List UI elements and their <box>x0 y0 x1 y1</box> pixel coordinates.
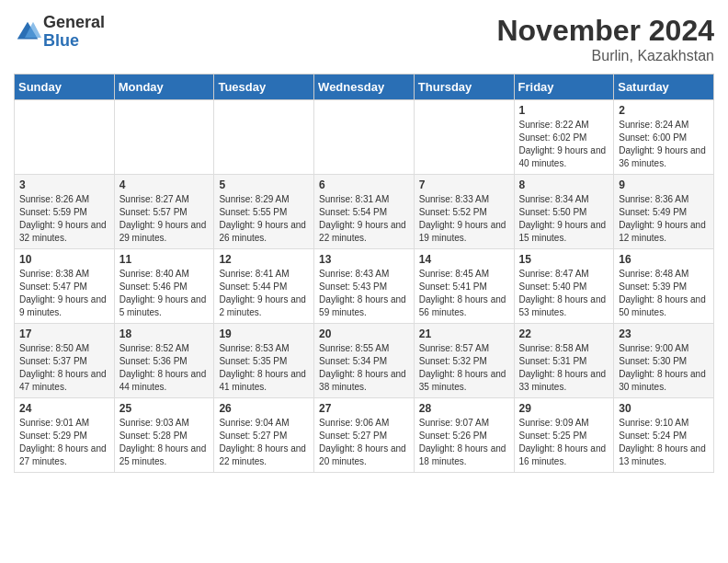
calendar-cell-w2d4: 6Sunrise: 8:31 AMSunset: 5:54 PMDaylight… <box>314 175 415 249</box>
day-info: Sunrise: 8:58 AMSunset: 5:31 PMDaylight:… <box>519 342 609 394</box>
day-number: 15 <box>519 253 609 266</box>
day-info: Sunrise: 9:00 AMSunset: 5:30 PMDaylight:… <box>619 342 709 394</box>
page-header: General Blue November 2024 Burlin, Kazak… <box>14 14 714 64</box>
calendar-week-2: 3Sunrise: 8:26 AMSunset: 5:59 PMDaylight… <box>15 175 714 249</box>
day-number: 13 <box>319 253 409 266</box>
day-info: Sunrise: 9:06 AMSunset: 5:27 PMDaylight:… <box>319 417 409 468</box>
day-info: Sunrise: 8:31 AMSunset: 5:54 PMDaylight:… <box>319 193 409 245</box>
day-info: Sunrise: 8:27 AMSunset: 5:57 PMDaylight:… <box>119 193 210 245</box>
logo: General Blue <box>14 14 105 51</box>
day-info: Sunrise: 8:22 AMSunset: 6:02 PMDaylight:… <box>519 119 609 170</box>
day-number: 25 <box>119 402 210 415</box>
day-info: Sunrise: 9:03 AMSunset: 5:28 PMDaylight:… <box>119 417 210 468</box>
day-info: Sunrise: 8:52 AMSunset: 5:36 PMDaylight:… <box>119 342 210 394</box>
day-info: Sunrise: 9:04 AMSunset: 5:27 PMDaylight:… <box>219 417 309 468</box>
calendar-cell-w5d5: 28Sunrise: 9:07 AMSunset: 5:26 PMDayligh… <box>414 398 514 473</box>
day-info: Sunrise: 9:01 AMSunset: 5:29 PMDaylight:… <box>19 417 109 468</box>
calendar-cell-w3d4: 13Sunrise: 8:43 AMSunset: 5:43 PMDayligh… <box>314 249 415 324</box>
calendar-cell-w5d6: 29Sunrise: 9:09 AMSunset: 5:25 PMDayligh… <box>514 398 614 473</box>
day-number: 17 <box>19 327 109 340</box>
day-number: 3 <box>19 178 109 191</box>
calendar-week-4: 17Sunrise: 8:50 AMSunset: 5:37 PMDayligh… <box>15 324 714 398</box>
calendar-cell-w5d2: 25Sunrise: 9:03 AMSunset: 5:28 PMDayligh… <box>114 398 214 473</box>
calendar-cell-w4d5: 21Sunrise: 8:57 AMSunset: 5:32 PMDayligh… <box>414 324 514 398</box>
day-info: Sunrise: 8:33 AMSunset: 5:52 PMDaylight:… <box>419 193 509 245</box>
day-number: 5 <box>219 178 309 191</box>
calendar-cell-w3d6: 15Sunrise: 8:47 AMSunset: 5:40 PMDayligh… <box>514 249 614 324</box>
day-info: Sunrise: 8:45 AMSunset: 5:41 PMDaylight:… <box>419 268 509 319</box>
logo-icon <box>14 18 41 46</box>
calendar-cell-w5d7: 30Sunrise: 9:10 AMSunset: 5:24 PMDayligh… <box>614 398 714 473</box>
day-number: 12 <box>219 253 309 266</box>
day-number: 26 <box>219 402 309 415</box>
day-info: Sunrise: 8:47 AMSunset: 5:40 PMDaylight:… <box>519 268 609 319</box>
calendar-cell-w1d6: 1Sunrise: 8:22 AMSunset: 6:02 PMDaylight… <box>514 100 614 175</box>
day-number: 7 <box>419 178 509 191</box>
calendar-week-3: 10Sunrise: 8:38 AMSunset: 5:47 PMDayligh… <box>15 249 714 324</box>
calendar-week-1: 1Sunrise: 8:22 AMSunset: 6:02 PMDaylight… <box>15 100 714 175</box>
day-number: 1 <box>519 104 609 117</box>
day-number: 30 <box>619 402 709 415</box>
logo-blue: Blue <box>43 32 105 51</box>
calendar-cell-w3d5: 14Sunrise: 8:45 AMSunset: 5:41 PMDayligh… <box>414 249 514 324</box>
calendar-cell-w1d4 <box>314 100 415 175</box>
calendar-cell-w5d4: 27Sunrise: 9:06 AMSunset: 5:27 PMDayligh… <box>314 398 415 473</box>
weekday-header-friday: Friday <box>514 75 614 100</box>
calendar-cell-w1d5 <box>414 100 514 175</box>
title-block: November 2024 Burlin, Kazakhstan <box>496 14 714 64</box>
day-number: 10 <box>19 253 109 266</box>
logo-general: General <box>43 14 105 32</box>
calendar-cell-w4d1: 17Sunrise: 8:50 AMSunset: 5:37 PMDayligh… <box>15 324 115 398</box>
calendar-cell-w2d2: 4Sunrise: 8:27 AMSunset: 5:57 PMDaylight… <box>114 175 214 249</box>
weekday-header-saturday: Saturday <box>614 75 714 100</box>
calendar-cell-w1d1 <box>15 100 115 175</box>
day-number: 18 <box>119 327 210 340</box>
month-title: November 2024 <box>496 14 714 48</box>
day-info: Sunrise: 8:53 AMSunset: 5:35 PMDaylight:… <box>219 342 309 394</box>
calendar-cell-w3d1: 10Sunrise: 8:38 AMSunset: 5:47 PMDayligh… <box>15 249 115 324</box>
day-number: 4 <box>119 178 210 191</box>
day-number: 28 <box>419 402 509 415</box>
calendar-cell-w3d2: 11Sunrise: 8:40 AMSunset: 5:46 PMDayligh… <box>114 249 214 324</box>
day-info: Sunrise: 8:50 AMSunset: 5:37 PMDaylight:… <box>19 342 109 394</box>
day-number: 21 <box>419 327 509 340</box>
day-number: 9 <box>619 178 709 191</box>
weekday-header-row: SundayMondayTuesdayWednesdayThursdayFrid… <box>15 75 714 100</box>
day-number: 29 <box>519 402 609 415</box>
calendar-cell-w3d3: 12Sunrise: 8:41 AMSunset: 5:44 PMDayligh… <box>214 249 314 324</box>
day-info: Sunrise: 8:29 AMSunset: 5:55 PMDaylight:… <box>219 193 309 245</box>
calendar-cell-w1d7: 2Sunrise: 8:24 AMSunset: 6:00 PMDaylight… <box>614 100 714 175</box>
day-info: Sunrise: 9:10 AMSunset: 5:24 PMDaylight:… <box>619 417 709 468</box>
location: Burlin, Kazakhstan <box>496 48 714 64</box>
calendar-cell-w5d3: 26Sunrise: 9:04 AMSunset: 5:27 PMDayligh… <box>214 398 314 473</box>
calendar-cell-w1d3 <box>214 100 314 175</box>
day-info: Sunrise: 8:40 AMSunset: 5:46 PMDaylight:… <box>119 268 210 319</box>
day-number: 24 <box>19 402 109 415</box>
day-info: Sunrise: 8:36 AMSunset: 5:49 PMDaylight:… <box>619 193 709 245</box>
day-info: Sunrise: 8:24 AMSunset: 6:00 PMDaylight:… <box>619 119 709 170</box>
calendar-cell-w5d1: 24Sunrise: 9:01 AMSunset: 5:29 PMDayligh… <box>15 398 115 473</box>
day-number: 19 <box>219 327 309 340</box>
calendar-cell-w2d5: 7Sunrise: 8:33 AMSunset: 5:52 PMDaylight… <box>414 175 514 249</box>
logo-text: General Blue <box>43 14 105 51</box>
day-number: 11 <box>119 253 210 266</box>
calendar-cell-w2d1: 3Sunrise: 8:26 AMSunset: 5:59 PMDaylight… <box>15 175 115 249</box>
calendar-cell-w4d4: 20Sunrise: 8:55 AMSunset: 5:34 PMDayligh… <box>314 324 415 398</box>
day-info: Sunrise: 8:43 AMSunset: 5:43 PMDaylight:… <box>319 268 409 319</box>
day-info: Sunrise: 8:55 AMSunset: 5:34 PMDaylight:… <box>319 342 409 394</box>
calendar-cell-w2d6: 8Sunrise: 8:34 AMSunset: 5:50 PMDaylight… <box>514 175 614 249</box>
day-info: Sunrise: 8:34 AMSunset: 5:50 PMDaylight:… <box>519 193 609 245</box>
day-info: Sunrise: 8:26 AMSunset: 5:59 PMDaylight:… <box>19 193 109 245</box>
calendar-cell-w4d2: 18Sunrise: 8:52 AMSunset: 5:36 PMDayligh… <box>114 324 214 398</box>
day-number: 23 <box>619 327 709 340</box>
day-info: Sunrise: 8:48 AMSunset: 5:39 PMDaylight:… <box>619 268 709 319</box>
calendar-cell-w4d3: 19Sunrise: 8:53 AMSunset: 5:35 PMDayligh… <box>214 324 314 398</box>
weekday-header-wednesday: Wednesday <box>314 75 415 100</box>
day-number: 27 <box>319 402 409 415</box>
day-number: 20 <box>319 327 409 340</box>
day-info: Sunrise: 9:07 AMSunset: 5:26 PMDaylight:… <box>419 417 509 468</box>
calendar-cell-w4d7: 23Sunrise: 9:00 AMSunset: 5:30 PMDayligh… <box>614 324 714 398</box>
day-number: 6 <box>319 178 409 191</box>
day-number: 2 <box>619 104 709 117</box>
weekday-header-sunday: Sunday <box>15 75 115 100</box>
